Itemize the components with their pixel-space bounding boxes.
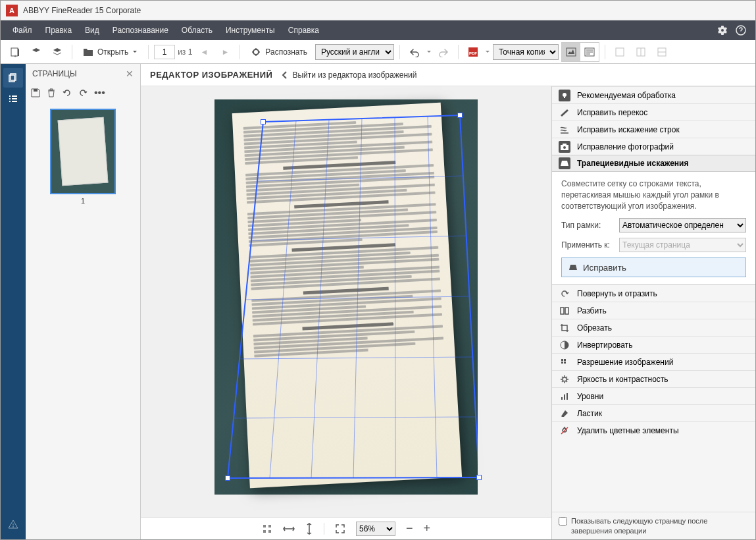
language-select[interactable]: Русский и англи xyxy=(315,44,394,60)
menu-tools[interactable]: Инструменты xyxy=(219,20,282,40)
tool-eraser[interactable]: Ластик xyxy=(552,404,755,421)
more-icon[interactable]: ••• xyxy=(94,87,105,99)
menu-help[interactable]: Справка xyxy=(282,20,326,40)
redo-icon[interactable] xyxy=(434,43,453,61)
apply-to-select[interactable]: Текущая страница xyxy=(619,238,746,252)
lightbulb-icon xyxy=(559,90,570,101)
pdf-icon[interactable]: PDF xyxy=(464,43,482,61)
close-pages-icon[interactable]: ✕ xyxy=(126,68,134,79)
exit-editor-button[interactable]: Выйти из редактора изображений xyxy=(282,70,416,80)
menu-recognition[interactable]: Распознавание xyxy=(106,20,175,40)
undo-icon[interactable] xyxy=(405,43,424,61)
svg-rect-56 xyxy=(567,393,568,400)
rotate-icon xyxy=(559,288,570,300)
tool-recommended[interactable]: Рекомендуемая обработка xyxy=(552,86,755,103)
canvas-image[interactable] xyxy=(214,99,478,495)
view-text-icon[interactable] xyxy=(580,43,599,61)
trapezoid-icon xyxy=(559,157,570,169)
tool-fix-photo[interactable]: Исправление фотографий xyxy=(552,138,755,155)
undo-dropdown-icon[interactable] xyxy=(426,49,432,55)
save-mode-select[interactable]: Точная копия xyxy=(493,44,559,60)
zoom-out-icon[interactable]: − xyxy=(406,522,413,535)
levels-icon xyxy=(559,391,570,402)
left-sidebar xyxy=(1,64,26,539)
save-page-icon[interactable] xyxy=(31,88,40,97)
zoom-in-icon[interactable]: + xyxy=(424,522,431,535)
canvas-wrap: 56% − + xyxy=(141,86,551,539)
menu-view[interactable]: Вид xyxy=(78,20,106,40)
pdf-dropdown-icon[interactable] xyxy=(485,49,490,55)
page-thumb-container: 1 xyxy=(26,102,140,211)
prev-page-icon[interactable]: ◄ xyxy=(195,43,213,61)
fit-height-icon[interactable] xyxy=(305,523,313,535)
help-icon[interactable] xyxy=(732,21,750,40)
zoom-select[interactable]: 56% xyxy=(356,522,395,536)
svg-point-3 xyxy=(253,49,259,55)
rotate-ccw-icon[interactable] xyxy=(63,88,72,97)
layer-down-icon[interactable] xyxy=(48,43,66,61)
area-tool-3-icon[interactable] xyxy=(653,43,671,61)
area-tool-2-icon[interactable] xyxy=(632,43,650,61)
pages-tab-icon[interactable] xyxy=(3,68,23,88)
tool-deskew[interactable]: Исправить перекос xyxy=(552,103,755,121)
menubar: Файл Правка Вид Распознавание Область Ин… xyxy=(1,20,755,40)
page-number-input[interactable] xyxy=(154,45,175,59)
brightness-icon xyxy=(559,373,570,385)
delete-page-icon[interactable] xyxy=(47,88,56,97)
crop-handle-tl[interactable] xyxy=(261,119,266,124)
tool-levels[interactable]: Уровни xyxy=(552,387,755,404)
new-doc-icon[interactable]: + xyxy=(6,43,24,61)
tool-crop[interactable]: Обрезать xyxy=(552,319,755,336)
page-thumb-number: 1 xyxy=(32,197,134,205)
crop-handle-tr[interactable] xyxy=(457,113,463,118)
svg-rect-52 xyxy=(564,362,566,364)
area-tool-1-icon[interactable] xyxy=(611,43,629,61)
menu-file[interactable]: Файл xyxy=(6,20,39,40)
tool-resolution[interactable]: Разрешение изображений xyxy=(552,353,755,370)
svg-point-44 xyxy=(563,146,566,149)
recognize-button[interactable]: Распознать xyxy=(245,43,313,61)
fit-screen-icon[interactable] xyxy=(335,524,345,534)
pages-panel: СТРАНИЦЫ ✕ ••• 1 xyxy=(26,64,141,539)
tool-invert[interactable]: Инвертировать xyxy=(552,336,755,353)
svg-rect-45 xyxy=(563,144,567,145)
fix-button[interactable]: Исправить xyxy=(561,257,746,277)
straighten-icon xyxy=(559,124,570,136)
list-tab-icon[interactable] xyxy=(3,89,23,109)
tools-panel: Рекомендуемая обработка Исправить переко… xyxy=(551,86,755,539)
tool-remove-color[interactable]: Удалить цветные элементы xyxy=(552,421,755,439)
page-thumbnail[interactable] xyxy=(50,109,116,194)
crop-handle-bl[interactable] xyxy=(225,475,230,481)
main-area: СТРАНИЦЫ ✕ ••• 1 РЕДАКТОР ИЗОБРАЖЕНИЙ Вы… xyxy=(1,64,755,539)
view-image-icon[interactable] xyxy=(562,43,580,61)
tool-rotate[interactable]: Повернуть и отразить xyxy=(552,284,755,302)
svg-text:+: + xyxy=(14,53,17,58)
warning-icon[interactable] xyxy=(3,514,23,534)
svg-rect-46 xyxy=(561,308,564,314)
fit-grid-icon[interactable] xyxy=(262,524,272,534)
svg-rect-20 xyxy=(12,101,17,102)
open-button[interactable]: Открыть xyxy=(78,43,143,61)
svg-rect-47 xyxy=(565,308,568,314)
frame-type-select[interactable]: Автоматическое определен xyxy=(619,218,746,232)
pages-toolbar: ••• xyxy=(26,84,140,102)
menu-edit[interactable]: Правка xyxy=(39,20,79,40)
camera-icon xyxy=(559,141,570,153)
crop-icon xyxy=(559,322,570,334)
svg-rect-39 xyxy=(263,530,266,533)
tool-trapezoid[interactable]: Трапециевидные искажения xyxy=(552,155,755,172)
crop-handle-br[interactable] xyxy=(476,475,482,480)
settings-icon[interactable] xyxy=(713,21,732,40)
next-page-checkbox[interactable] xyxy=(559,517,567,526)
canvas-scroll[interactable] xyxy=(141,86,551,517)
resolution-icon xyxy=(559,356,570,368)
tool-split[interactable]: Разбить xyxy=(552,302,755,319)
fit-width-icon[interactable] xyxy=(283,525,295,533)
menu-area[interactable]: Область xyxy=(175,20,219,40)
tool-brightness[interactable]: Яркость и контрастность xyxy=(552,370,755,387)
next-page-icon[interactable]: ► xyxy=(216,43,234,61)
editor-area: РЕДАКТОР ИЗОБРАЖЕНИЙ Выйти из редактора … xyxy=(141,64,755,539)
layer-up-icon[interactable] xyxy=(27,43,45,61)
tool-straighten[interactable]: Исправить искажение строк xyxy=(552,121,755,138)
rotate-cw-icon[interactable] xyxy=(78,88,88,97)
